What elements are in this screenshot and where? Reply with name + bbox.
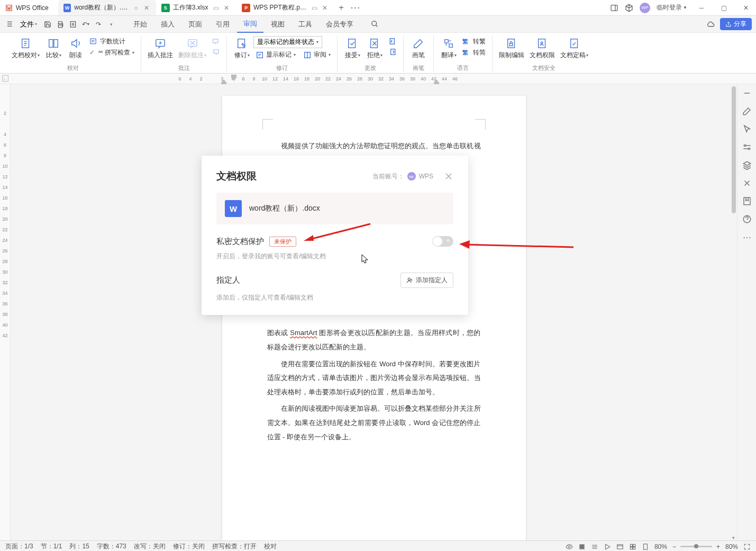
- status-column[interactable]: 列：15: [69, 542, 89, 551]
- compare-button[interactable]: 比较▾: [43, 36, 64, 61]
- menu-插入[interactable]: 插入: [154, 16, 181, 33]
- scroll-down-icon[interactable]: ▾: [731, 535, 736, 540]
- page-fit-icon[interactable]: [642, 543, 649, 550]
- grid-view-icon[interactable]: [629, 543, 636, 550]
- status-section[interactable]: 节：1/1: [41, 542, 62, 551]
- show-markup-button[interactable]: 显示标记▾: [253, 49, 298, 60]
- redo-icon[interactable]: ↷: [93, 19, 104, 30]
- insert-comment-button[interactable]: 插入批注: [145, 36, 175, 61]
- track-changes-button[interactable]: 修订▾: [231, 36, 252, 61]
- login-dropdown[interactable]: 临时登录 ▼: [657, 3, 687, 12]
- menu-会员专享[interactable]: 会员专享: [320, 16, 360, 33]
- next-comment-button[interactable]: [210, 47, 222, 57]
- tab-word-doc[interactable]: W word教程（新）.docx ○ ✕: [58, 0, 156, 15]
- doc-proof-button[interactable]: 文档校对▾: [10, 36, 42, 61]
- print-preview-icon[interactable]: [68, 19, 78, 30]
- minimize-tab-icon[interactable]: ▭: [213, 4, 221, 12]
- add-assignee-button[interactable]: 添加指定人: [400, 273, 453, 288]
- to-simplified-button[interactable]: 繁转简: [460, 47, 488, 58]
- menu-视图[interactable]: 视图: [265, 16, 291, 33]
- undo-icon[interactable]: ↶▾: [80, 19, 91, 30]
- tab-excel-doc[interactable]: S 工作簿3.xlsx ▭ ✕: [156, 0, 237, 15]
- tab-list-button[interactable]: ⋯: [348, 0, 362, 15]
- zoom-level[interactable]: 80%: [654, 543, 667, 550]
- document-paragraph[interactable]: 图表或 SmartArt 图形将会更改以匹配新的主题。当应用样式时，您的标题会进…: [267, 326, 481, 354]
- next-change-button[interactable]: [386, 47, 399, 57]
- more-icon[interactable]: ⋯: [742, 232, 752, 242]
- zoom-percent[interactable]: 80%: [725, 543, 738, 550]
- document-paragraph[interactable]: 在新的阅读视图中阅读更加容易。可以折叠文档某些部分并关注所需文本。如果在达到结尾…: [267, 402, 481, 444]
- spellcheck-word[interactable]: SmartArt: [290, 329, 317, 337]
- close-icon[interactable]: ✕: [322, 4, 330, 12]
- spell-check-button[interactable]: ✓ᴬᴮ拼写检查▾: [87, 47, 136, 58]
- eye-icon[interactable]: [566, 543, 573, 550]
- vertical-ruler[interactable]: 24681012141618202224262830323436384042: [0, 84, 11, 540]
- minus-icon[interactable]: [742, 88, 752, 98]
- fullscreen-icon[interactable]: [743, 543, 751, 550]
- cube-icon[interactable]: [625, 4, 633, 12]
- minimize-tab-icon[interactable]: ▭: [312, 4, 319, 12]
- help-icon[interactable]: [742, 214, 752, 224]
- cloud-icon[interactable]: [706, 20, 715, 29]
- menu-工具[interactable]: 工具: [292, 16, 318, 33]
- tools-icon[interactable]: [742, 178, 752, 188]
- chevron-down-icon[interactable]: ▾: [106, 19, 116, 30]
- window-minimize-button[interactable]: ─: [694, 0, 709, 16]
- menu-页面[interactable]: 页面: [182, 16, 208, 33]
- display-mode-dropdown[interactable]: 显示标记的最终状态▾: [253, 36, 322, 48]
- word-count-button[interactable]: 字数统计: [87, 36, 136, 47]
- panel-icon[interactable]: [610, 4, 618, 12]
- to-traditional-button[interactable]: 繁转繁: [460, 36, 488, 47]
- tab-selector-icon[interactable]: ∟: [2, 75, 8, 82]
- pencil-icon[interactable]: [742, 106, 752, 116]
- translate-button[interactable]: 翻译▾: [438, 36, 459, 61]
- accept-button[interactable]: 接受▾: [342, 36, 363, 61]
- share-button[interactable]: 分享: [720, 18, 752, 30]
- status-overwrite[interactable]: 改写：关闭: [134, 542, 166, 551]
- user-avatar[interactable]: WP: [640, 3, 650, 13]
- cursor-select-icon[interactable]: [742, 124, 752, 134]
- restrict-edit-button[interactable]: 限制编辑: [497, 36, 526, 61]
- hamburger-icon[interactable]: ☰: [4, 19, 15, 30]
- slider-knob[interactable]: [694, 544, 698, 548]
- review-pane-button[interactable]: 审阅▾: [301, 49, 333, 60]
- layers-icon[interactable]: [742, 160, 752, 170]
- doc-permission-button[interactable]: 文档权限: [527, 36, 557, 61]
- bookmark-panel-icon[interactable]: [742, 196, 752, 206]
- document-paragraph[interactable]: 使用在需要位置出现的新按钮在 Word 中保存时间。若要更改图片适应文档的方式，…: [267, 357, 481, 400]
- zoom-slider[interactable]: [680, 546, 712, 547]
- web-layout-icon[interactable]: [616, 543, 624, 550]
- horizontal-ruler[interactable]: ∟ 64224681012141618202224262830323436384…: [0, 74, 756, 84]
- reject-button[interactable]: 拒绝▾: [364, 36, 385, 61]
- new-tab-button[interactable]: ＋: [334, 0, 348, 15]
- dialog-close-button[interactable]: [444, 171, 453, 181]
- status-wordcount[interactable]: 字数：473: [97, 542, 126, 551]
- status-spellcheck[interactable]: 拼写检查：打开: [212, 542, 257, 551]
- zoom-out-button[interactable]: −: [672, 543, 676, 550]
- file-menu[interactable]: 文件▾: [17, 20, 40, 29]
- close-icon[interactable]: ✕: [224, 4, 231, 12]
- print-layout-icon[interactable]: [578, 543, 586, 550]
- menu-引用[interactable]: 引用: [210, 16, 236, 33]
- protection-toggle[interactable]: ✕: [432, 236, 453, 247]
- close-icon[interactable]: ✕: [144, 4, 151, 12]
- window-maximize-button[interactable]: ▢: [716, 0, 732, 16]
- tab-ppt-doc[interactable]: P WPS PPT教程.pptx ▭ ✕: [236, 0, 334, 15]
- scrollbar-thumb[interactable]: [732, 86, 736, 213]
- prev-comment-button[interactable]: [210, 36, 222, 47]
- menu-审阅[interactable]: 审阅: [237, 16, 263, 33]
- play-icon[interactable]: [604, 543, 611, 550]
- indent-marker-icon[interactable]: [231, 75, 236, 82]
- status-track[interactable]: 修订：关闭: [173, 542, 205, 551]
- pen-button[interactable]: 画笔: [408, 36, 429, 61]
- menu-开始[interactable]: 开始: [127, 16, 153, 33]
- delete-comment-button[interactable]: 删除批注▾: [176, 36, 208, 61]
- read-aloud-button[interactable]: 朗读: [65, 36, 86, 61]
- circle-icon[interactable]: ○: [134, 4, 141, 12]
- status-page[interactable]: 页面：1/3: [5, 542, 33, 551]
- doc-final-button[interactable]: 文档定稿▾: [558, 36, 590, 61]
- vertical-scrollbar[interactable]: ▴ ▾: [731, 84, 737, 540]
- save-icon[interactable]: [42, 19, 53, 30]
- zoom-in-button[interactable]: +: [716, 543, 720, 550]
- outline-view-icon[interactable]: [591, 543, 598, 550]
